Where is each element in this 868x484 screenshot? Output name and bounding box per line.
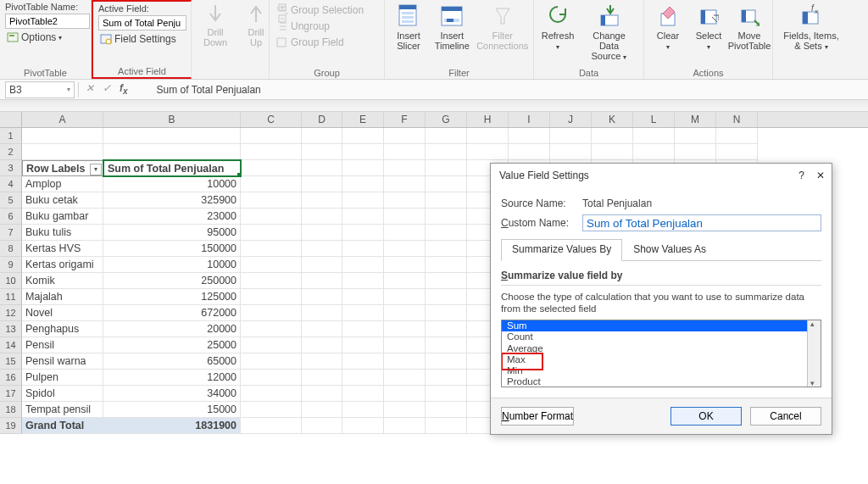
cell[interactable]: [426, 337, 467, 353]
formula-content[interactable]: Sum of Total Penjualan: [135, 84, 261, 96]
cell[interactable]: [509, 144, 550, 160]
cell[interactable]: 23000: [103, 209, 241, 225]
cell[interactable]: [426, 241, 467, 257]
listbox-scrollbar[interactable]: [807, 320, 821, 387]
cell[interactable]: [675, 128, 716, 144]
cell[interactable]: [241, 192, 302, 209]
cancel-button[interactable]: Cancel: [750, 407, 821, 426]
cell[interactable]: [426, 402, 467, 418]
cell[interactable]: [241, 225, 302, 241]
cell[interactable]: 95000: [103, 225, 241, 241]
cell[interactable]: Pensil: [22, 337, 103, 353]
row-header[interactable]: 7: [0, 225, 22, 241]
cell[interactable]: [426, 144, 467, 160]
insert-slicer-button[interactable]: Insert Slicer: [390, 2, 427, 51]
cell[interactable]: [384, 337, 426, 353]
cell[interactable]: 65000: [103, 353, 241, 370]
row-header[interactable]: 10: [0, 273, 22, 289]
cell[interactable]: [384, 386, 426, 402]
number-format-button[interactable]: Number Format: [501, 407, 574, 426]
cell[interactable]: [241, 370, 302, 386]
cell[interactable]: [302, 321, 342, 337]
select-all-corner[interactable]: [0, 112, 22, 127]
cell[interactable]: 10000: [103, 257, 241, 273]
cell[interactable]: [342, 321, 384, 337]
row-header[interactable]: 14: [0, 337, 22, 353]
close-icon[interactable]: ✕: [816, 170, 825, 181]
cell[interactable]: [675, 144, 716, 160]
cell[interactable]: [426, 257, 467, 273]
column-header[interactable]: C: [241, 112, 302, 127]
cell[interactable]: Majalah: [22, 289, 103, 305]
cell[interactable]: Novel: [22, 305, 103, 321]
cell[interactable]: 1831900: [103, 418, 241, 434]
pivottable-name-input[interactable]: [5, 14, 90, 29]
cell[interactable]: [716, 144, 758, 160]
cell[interactable]: [302, 225, 342, 241]
cell[interactable]: [241, 241, 302, 257]
cell[interactable]: [342, 289, 384, 305]
accept-formula-icon[interactable]: ✓: [103, 82, 111, 96]
cell[interactable]: Buku cetak: [22, 192, 103, 209]
cell[interactable]: [342, 305, 384, 321]
cell[interactable]: [302, 160, 342, 176]
cell[interactable]: [241, 418, 302, 434]
row-header[interactable]: 5: [0, 192, 22, 209]
cell[interactable]: [384, 225, 426, 241]
cell[interactable]: [426, 160, 467, 176]
cell[interactable]: 325900: [103, 192, 241, 209]
cell[interactable]: [302, 402, 342, 418]
cell[interactable]: [426, 353, 467, 370]
cell[interactable]: [241, 402, 302, 418]
column-header[interactable]: B: [103, 112, 241, 127]
cell[interactable]: [426, 418, 467, 434]
row-header[interactable]: 16: [0, 370, 22, 386]
filter-dropdown-icon[interactable]: ▾: [90, 164, 102, 175]
row-header[interactable]: 19: [0, 418, 22, 434]
cell[interactable]: [302, 241, 342, 257]
cell[interactable]: [241, 128, 302, 144]
help-icon[interactable]: ?: [798, 170, 804, 181]
cell[interactable]: [342, 353, 384, 370]
column-header[interactable]: G: [426, 112, 467, 127]
cell[interactable]: [241, 160, 302, 176]
cell[interactable]: 150000: [103, 241, 241, 257]
column-header[interactable]: A: [22, 112, 103, 127]
cell[interactable]: Kertas HVS: [22, 241, 103, 257]
cell[interactable]: [426, 273, 467, 289]
cell[interactable]: [241, 273, 302, 289]
cell[interactable]: [426, 370, 467, 386]
cell[interactable]: [241, 176, 302, 192]
cell[interactable]: [302, 337, 342, 353]
row-header[interactable]: 1: [0, 128, 22, 144]
row-header[interactable]: 6: [0, 209, 22, 225]
fx-icon[interactable]: fx: [120, 82, 128, 96]
cell[interactable]: Komik: [22, 273, 103, 289]
cell[interactable]: [241, 257, 302, 273]
cell[interactable]: [342, 386, 384, 402]
dialog-titlebar[interactable]: Value Field Settings ? ✕: [491, 164, 832, 187]
cell[interactable]: Penghapus: [22, 321, 103, 337]
column-header[interactable]: D: [302, 112, 342, 127]
column-header[interactable]: L: [633, 112, 675, 127]
cell[interactable]: [550, 144, 592, 160]
cell[interactable]: [384, 418, 426, 434]
cell[interactable]: [302, 176, 342, 192]
cell[interactable]: [384, 273, 426, 289]
cell[interactable]: Buku tulis: [22, 225, 103, 241]
cell[interactable]: [302, 209, 342, 225]
cell[interactable]: [241, 386, 302, 402]
cell[interactable]: [302, 353, 342, 370]
change-data-source-button[interactable]: Change Data Source ▾: [580, 2, 638, 63]
cell[interactable]: [342, 257, 384, 273]
cell[interactable]: [384, 321, 426, 337]
cell[interactable]: [426, 128, 467, 144]
cell[interactable]: Sum of Total Penjualan: [103, 160, 241, 176]
cell[interactable]: [302, 128, 342, 144]
row-header[interactable]: 15: [0, 353, 22, 370]
cell[interactable]: [384, 192, 426, 209]
cell[interactable]: [426, 209, 467, 225]
cell[interactable]: [302, 305, 342, 321]
cell[interactable]: [241, 321, 302, 337]
cell[interactable]: Kertas origami: [22, 257, 103, 273]
